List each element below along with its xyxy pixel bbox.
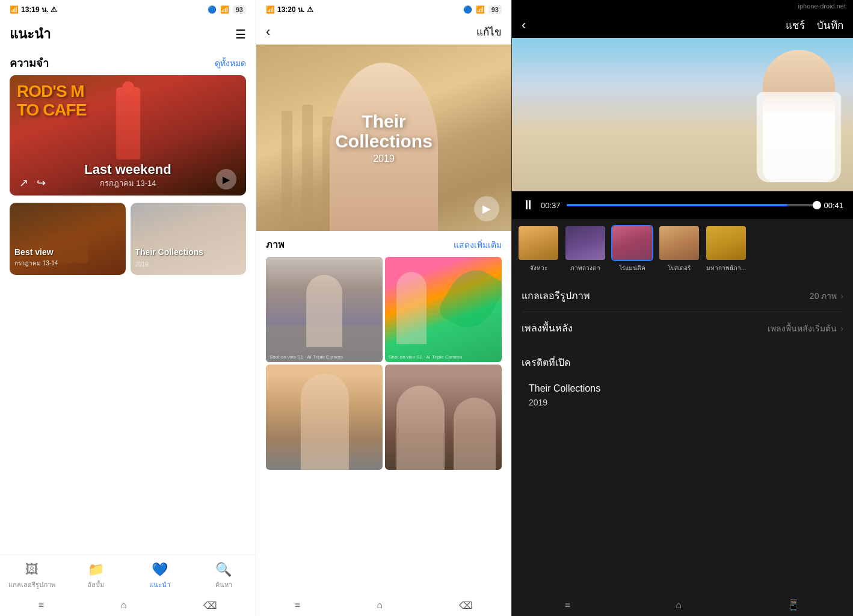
theme-item-3[interactable]: โปสเตอร์ (657, 225, 701, 273)
status-bar-1: 📶 13:19 น. ⚠ 🔵 📶 93 (0, 0, 256, 19)
section-title-1: ความจำ (10, 54, 49, 72)
theme-thumb-3 (658, 225, 700, 261)
photo-bg-1 (385, 257, 502, 362)
nav-bar-2: ‹ แก้ไข (256, 19, 511, 45)
settings-value-0: 20 ภาพ › (810, 289, 843, 303)
play-icon-highlight: ▶ (223, 174, 230, 185)
sys-home-2[interactable]: ⌂ (377, 600, 383, 611)
play-button-highlight[interactable]: ▶ (216, 169, 236, 189)
settings-label-1: เพลงพื้นหลัง (522, 321, 573, 336)
watermark-1: Shot on vivo S1 · AI Triple Camera (389, 354, 462, 360)
pause-button[interactable]: ⏸ (522, 197, 535, 213)
photos-section: ภาพ แสดงเพิ่มเติม Shot on vivo S1 · AI T… (256, 231, 511, 470)
nav-item-gallery[interactable]: 🖼 แกลเลอรีรูปภาพ (0, 562, 64, 590)
total-time: 00:41 (824, 201, 843, 210)
themes-strip: จังหวะ ภาพลวงตา โรแมนติค โปสเตอร์ มหากาพ… (512, 219, 853, 275)
nav-item-album[interactable]: 📁 อัลบั้ม (64, 562, 128, 590)
highlight-card[interactable]: ROD'S MTO CAFE Last weekend กรกฎาคม 13-1… (10, 75, 246, 196)
theme-label-4: มหากาพย์ภา... (706, 263, 746, 273)
nav-item-recommend[interactable]: 💙 แนะนำ (128, 562, 192, 590)
share-button-3[interactable]: แชร์ (786, 17, 805, 33)
theme-thumb-0 (517, 225, 559, 261)
forward-icon[interactable]: ↪ (37, 176, 46, 189)
header-year-2: 2019 (320, 153, 448, 164)
album-icon: 📁 (88, 562, 104, 578)
sys-menu-3[interactable]: ≡ (565, 600, 570, 611)
view-all-link[interactable]: ดูทั้งหมด (215, 57, 246, 70)
theme-label-2: โรแมนติค (619, 263, 645, 273)
recommend-label: แนะนำ (149, 579, 170, 590)
play-icon-2: ▶ (482, 202, 491, 215)
theme-thumb-1 (564, 225, 606, 261)
bt-icon-1: 🔵 (208, 5, 217, 14)
gallery-label: แกลเลอรีรูปภาพ (8, 579, 55, 590)
theme-poster-bg (659, 226, 699, 260)
menu-icon-1[interactable]: ☰ (235, 27, 246, 42)
back-button-2[interactable]: ‹ (266, 24, 270, 40)
sys-menu-1[interactable]: ≡ (38, 600, 44, 611)
bottom-nav-1: 🖼 แกลเลอรีรูปภาพ 📁 อัลบั้ม 💙 แนะนำ 🔍 ค้น… (0, 555, 256, 597)
photos-grid: Shot on vivo S1 · AI Triple Camera Shot … (266, 257, 502, 470)
photos-more-link[interactable]: แสดงเพิ่มเติม (454, 238, 502, 251)
sys-back-2[interactable]: ⌫ (459, 600, 473, 611)
gallery-icon: 🖼 (25, 562, 38, 578)
video-area[interactable] (512, 38, 853, 191)
theme-item-0[interactable]: จังหวะ (517, 225, 560, 273)
photos-heading: ภาพ แสดงเพิ่มเติม (266, 231, 502, 257)
small-card-0[interactable]: Best view กรกฎาคม 13-14 (10, 203, 126, 275)
p2-title-overlay: Their Collections 2019 (320, 111, 448, 164)
theme-item-2[interactable]: โรแมนติค (611, 225, 654, 273)
gasoline-prop (116, 87, 140, 159)
edit-button[interactable]: แก้ไข (476, 23, 502, 40)
watermark-text: iphone-droid.net (798, 2, 846, 10)
credits-section: เครดิตที่เปิด (512, 349, 853, 372)
share-icon[interactable]: ↗ (19, 176, 28, 189)
header-title-2: Their Collections (320, 111, 448, 151)
save-button-3[interactable]: บันทึก (817, 17, 843, 33)
credits-title-label: เครดิตที่เปิด (522, 357, 570, 368)
theme-label-1: ภาพลวงตา (570, 263, 600, 273)
sys-menu-2[interactable]: ≡ (295, 600, 300, 611)
wifi-icon-1: 📶 (220, 5, 229, 14)
photo-cell-3[interactable] (385, 365, 502, 470)
theme-item-4[interactable]: มหากาพย์ภา... (704, 225, 748, 273)
video-controls: ⏸ 00:37 00:41 (512, 191, 853, 219)
settings-row-1[interactable]: เพลงพื้นหลัง เพลงพื้นหลังเริ่มต้น › (522, 312, 843, 344)
highlight-bg-text: ROD'S MTO CAFE (17, 82, 86, 120)
bt-icon-2: 🔵 (463, 5, 472, 14)
theme-item-1[interactable]: ภาพลวงตา (564, 225, 607, 273)
chevron-icon-1: › (840, 324, 843, 333)
sys-home-3[interactable]: ⌂ (676, 600, 682, 611)
signal-icon-1: 📶 (10, 5, 19, 14)
photo-bg-3 (385, 365, 502, 470)
sys-home-1[interactable]: ⌂ (121, 600, 127, 611)
sys-nav-2: ≡ ⌂ ⌫ (256, 597, 511, 616)
play-button-2[interactable]: ▶ (474, 196, 499, 221)
panel-1: 📶 13:19 น. ⚠ 🔵 📶 93 แนะนำ ☰ ความจำ ดูทั้… (0, 0, 256, 616)
back-button-3[interactable]: ‹ (522, 17, 526, 33)
credit-year: 2019 (529, 398, 836, 407)
progress-fill (567, 204, 788, 206)
nav-bar-3: ‹ แชร์ บันทึก (512, 12, 853, 38)
sys-back-1[interactable]: ⌫ (203, 600, 217, 611)
video-bg (512, 38, 853, 191)
battery-1: 93 (233, 5, 246, 14)
photo-cell-0[interactable]: Shot on vivo S1 · AI Triple Camera (266, 257, 383, 362)
progress-bar[interactable] (567, 204, 818, 206)
small-card-1[interactable]: Their Collections 2019 (131, 203, 247, 275)
small-card-caption-1: Their Collections (135, 247, 204, 257)
small-card-sub-0: กรกฎาคม 13-14 (14, 259, 58, 268)
theme-thumb-2 (611, 225, 653, 261)
highlight-controls: ↗ ↪ (19, 176, 46, 189)
theme-thumb-4 (705, 225, 747, 261)
photo-cell-1[interactable]: Shot on vivo S1 · AI Triple Camera (385, 257, 502, 362)
progress-dot[interactable] (813, 201, 821, 209)
theme-romance-bg (612, 226, 652, 260)
chevron-icon-0: › (840, 291, 843, 301)
photo-cell-2[interactable] (266, 365, 383, 470)
nav-item-search[interactable]: 🔍 ค้นหา (192, 562, 256, 590)
credit-title: Their Collections (529, 383, 836, 394)
signal-icon-2: 📶 (266, 5, 275, 14)
settings-value-1: เพลงพื้นหลังเริ่มต้น › (768, 322, 843, 335)
settings-row-0[interactable]: แกลเลอรีรูปภาพ 20 ภาพ › (522, 280, 843, 312)
